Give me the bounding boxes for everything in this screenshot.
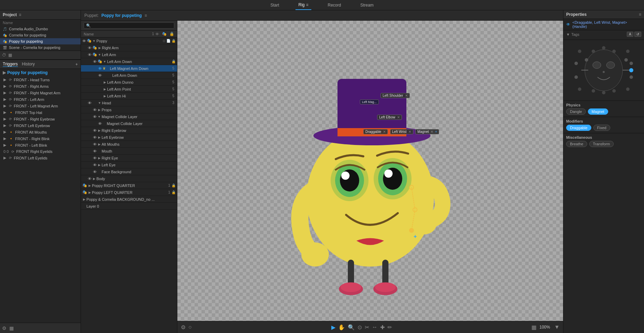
layer-body[interactable]: 👁 ▶ Body xyxy=(81,175,177,182)
expand-left-eyebrow[interactable]: ▶ xyxy=(97,136,101,139)
layer-lock-icon[interactable]: 🔒 xyxy=(172,60,176,63)
layer-eye-icon[interactable]: 👁 xyxy=(93,163,97,167)
trigger-right-arms[interactable]: ▶ ⟳ FRONT - Right Arms xyxy=(0,83,81,90)
trigger-top-hat[interactable]: ▶ 🔸 FRONT Top Hat xyxy=(0,109,81,116)
canvas-tool-circle[interactable]: ○ xyxy=(188,324,192,330)
expand-poppy[interactable]: ▼ xyxy=(92,39,96,43)
layer-puppet-icon[interactable]: 🎭 xyxy=(97,59,102,64)
canvas-tool-pen[interactable]: ✏ xyxy=(387,324,392,331)
layer-eye-icon[interactable]: 👁 xyxy=(88,46,92,50)
layer-eye-icon[interactable]: 👁 xyxy=(93,128,97,133)
layer-props[interactable]: 👁 ▶ Props xyxy=(81,106,177,113)
project-item-cornelia[interactable]: 🎭 Cornelia for puppeting xyxy=(0,32,81,38)
layer-background[interactable]: ▶ Poppy & Cornelia BACKGROUND_no ... xyxy=(81,196,177,203)
layer-eye-icon[interactable]: 👁 xyxy=(88,101,92,105)
eye-property-icon[interactable]: 👁 xyxy=(566,22,570,27)
layer-eye-icon[interactable]: 👁 xyxy=(88,177,92,181)
layer-poppy[interactable]: 👁 🎭 ▼ Poppy ⊙ 📄 🔒 xyxy=(81,38,177,44)
physics-magnet[interactable]: Magnet xyxy=(588,108,608,115)
layer-left-arm[interactable]: 👁 🎭 ▼ Left Arm xyxy=(81,51,177,58)
tag-a-button[interactable]: A xyxy=(627,32,633,37)
expand-left-arm-hi[interactable]: ▶ xyxy=(103,94,106,98)
layer-eye-icon[interactable]: 👁 xyxy=(93,108,97,112)
grid2-icon[interactable]: ▦ xyxy=(9,325,14,331)
layer-icon-sm-2[interactable]: 📄 xyxy=(166,39,170,43)
layer-puppet-icon[interactable]: 🎭 xyxy=(82,190,87,195)
expand-left-arm[interactable]: ▼ xyxy=(98,53,101,56)
layer-eye-icon[interactable]: 👁 xyxy=(82,39,86,43)
layer-puppet-icon[interactable]: 🎭 xyxy=(92,52,97,57)
expand-left-arm-point[interactable]: ▶ xyxy=(103,87,106,91)
expand-props[interactable]: ▶ xyxy=(97,108,101,112)
expand-puppet-icon[interactable]: ▶ xyxy=(3,70,6,75)
layer-icon-sm-3[interactable]: 🔒 xyxy=(172,39,176,43)
expand-alt-mouths[interactable]: ▶ xyxy=(97,143,101,146)
layer-right-eye[interactable]: 👁 ▶ Right Eye xyxy=(81,155,177,162)
tab-history[interactable]: History xyxy=(22,62,35,67)
layer-face-background[interactable]: 👁 Face Background xyxy=(81,168,177,175)
expand-left-quarter[interactable]: ▶ xyxy=(88,191,91,194)
trigger-head-turns[interactable]: ▶ ⟳ FRONT - Head Turns xyxy=(0,76,81,83)
gear-icon[interactable]: ⚙ xyxy=(2,325,7,331)
modifier-draggable[interactable]: Draggable xyxy=(566,125,591,131)
layer-eye-icon[interactable]: 👁 xyxy=(93,60,97,64)
trigger-left-magnet-arm[interactable]: ▶ ⟳ FRONT - Left Magnet Arm xyxy=(0,103,81,109)
expand-head[interactable]: ▼ xyxy=(98,101,101,105)
trigger-left-blink[interactable]: ▶ 🔸 FRONT - Left Blink xyxy=(0,142,81,148)
trigger-left-eyelids[interactable]: ▶ ⟳ FRONT Left Eyelids xyxy=(0,155,81,161)
trigger-left-eyebrow[interactable]: ▶ ⟳ FRONT Left Eyebrow xyxy=(0,122,81,129)
layer-search-input[interactable] xyxy=(84,22,174,29)
misc-transform[interactable]: Transform xyxy=(589,141,614,147)
layer-puppet-icon[interactable]: 🎭 xyxy=(87,39,92,43)
layer-right-arm[interactable]: 👁 🎭 ▶ Right Arm xyxy=(81,44,177,51)
layer-left-arm-point[interactable]: 👁 🎭 ▶ Left Arm Point 5 xyxy=(81,86,177,93)
tab-triggers[interactable]: Triggers xyxy=(3,62,18,67)
layer-icon-sm-1[interactable]: ⊙ xyxy=(163,39,165,43)
trigger-left-arm[interactable]: ▶ ⟳ FRONT - Left Arm xyxy=(0,96,81,103)
face-control-svg[interactable]: — — xyxy=(569,43,638,98)
canvas-zoom-down[interactable]: ▼ xyxy=(554,324,560,330)
canvas-tool-add[interactable]: ✚ xyxy=(380,324,385,331)
layer-left-eyebrow[interactable]: 👁 ▶ Left Eyebrow xyxy=(81,134,177,141)
layer-eye-icon[interactable]: 👁 xyxy=(98,122,102,126)
add-trigger-button[interactable]: + xyxy=(75,62,78,67)
canvas-tool-target[interactable]: ⊙ xyxy=(357,324,362,331)
layer-left-arm-hi[interactable]: 👁 🎭 ▶ Left Arm Hi 5 xyxy=(81,93,177,100)
trigger-right-magnet-arm[interactable]: ▶ ⟳ FRONT - Right Magnet Arm xyxy=(0,90,81,96)
modifier-fixed[interactable]: Fixed xyxy=(593,125,610,131)
physics-dangle[interactable]: Dangle xyxy=(566,108,586,115)
layer-left-arm-down-item[interactable]: 👁 🎭 Left Arm Down 5 xyxy=(81,72,177,79)
layer-eye-icon[interactable]: 👁 xyxy=(93,142,97,146)
layer-puppet-icon[interactable]: 🎭 xyxy=(92,45,97,50)
trigger-right-eyelids[interactable]: 0 0 ⟳ FRONT Right Eyelids xyxy=(0,148,81,155)
puppet-header-menu[interactable]: ≡ xyxy=(145,13,147,18)
layer-right-eyebrow[interactable]: 👁 ▶ Right Eyebrow xyxy=(81,127,177,134)
canvas-tool-select[interactable]: ▶ xyxy=(331,324,335,331)
expand-right-arm[interactable]: ▶ xyxy=(98,46,101,50)
project-item-poppy[interactable]: 🎭 Poppy for puppeting xyxy=(0,38,81,44)
layer-lock-rq[interactable]: 🔒 xyxy=(172,184,176,187)
canvas-tool-hand[interactable]: ✋ xyxy=(338,324,345,331)
canvas-tool-grid[interactable]: ▦ xyxy=(531,324,537,331)
expand-left-arm-dunno[interactable]: ▶ xyxy=(103,81,106,84)
misc-breathe[interactable]: Breathe xyxy=(566,141,587,147)
topbar-stream[interactable]: Stream xyxy=(357,0,376,10)
expand-magnet-collide[interactable]: ▼ xyxy=(97,115,101,118)
layer-eye-icon[interactable]: 👁 xyxy=(93,156,97,160)
layer-eye-icon[interactable]: 👁 xyxy=(88,53,92,57)
layer-lock-lq[interactable]: 🔒 xyxy=(172,190,176,194)
layer-alt-mouths[interactable]: 👁 ▶ Alt Mouths xyxy=(81,141,177,148)
layer-magnet-collide-group[interactable]: 👁 ▼ Magnet Collide Layer xyxy=(81,113,177,120)
layer-left-arm-dunno[interactable]: 👁 🎭 ▶ Left Arm Dunno 5 xyxy=(81,79,177,86)
chevron-tags[interactable]: ▼ xyxy=(566,32,570,37)
layer-eye-icon[interactable]: 👁 xyxy=(98,73,102,77)
expand-body[interactable]: ▶ xyxy=(92,177,96,180)
trigger-right-blink[interactable]: ▶ 🔸 FRONT - Right Blink xyxy=(0,135,81,142)
canvas-tool-zoom[interactable]: 🔍 xyxy=(348,324,355,331)
expand-right-eyebrow[interactable]: ▶ xyxy=(97,129,101,132)
expand-bg[interactable]: ▶ xyxy=(82,198,86,201)
layer-puppet-icon[interactable]: 🎭 xyxy=(82,183,87,188)
layer-magnet-collide-item[interactable]: 👁 Magnet Collide Layer xyxy=(81,120,177,127)
project-menu-icon[interactable]: ≡ xyxy=(19,12,21,17)
trigger-right-eyebrow[interactable]: ▶ ⟳ FRONT - Right Eyebrow xyxy=(0,116,81,122)
